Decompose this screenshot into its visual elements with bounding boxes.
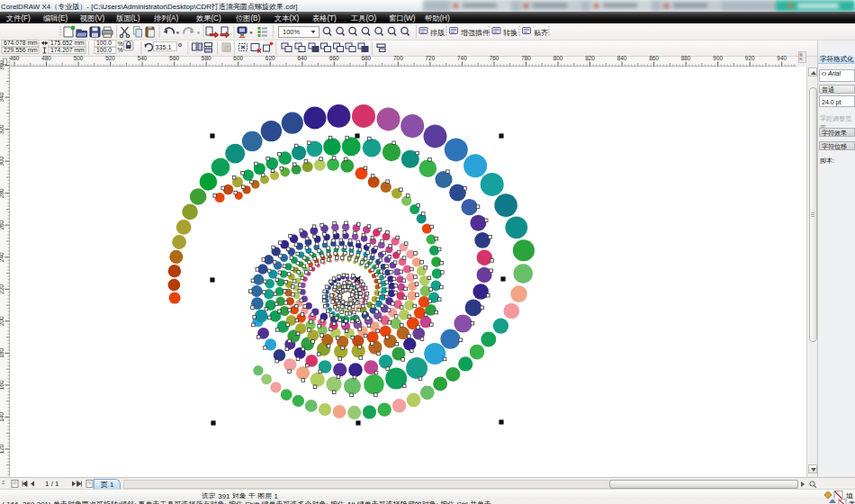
svg-text:100.0: 100.0 <box>96 40 112 46</box>
svg-text:320: 320 <box>0 124 4 134</box>
svg-text:200: 200 <box>0 316 4 326</box>
svg-text:335.1: 335.1 <box>156 43 172 51</box>
svg-text:174.207 mm: 174.207 mm <box>50 47 85 53</box>
svg-text:240: 240 <box>0 252 4 262</box>
svg-text:340: 340 <box>0 92 4 102</box>
svg-text:300: 300 <box>0 156 4 166</box>
svg-text:280: 280 <box>0 188 4 198</box>
svg-text:140: 140 <box>0 412 4 422</box>
svg-text:175.652 mm: 175.652 mm <box>50 40 85 46</box>
svg-text:220: 220 <box>0 284 4 294</box>
svg-text:674.078 mm: 674.078 mm <box>4 40 38 46</box>
svg-text:229.556 mm: 229.556 mm <box>4 47 38 53</box>
svg-text:180: 180 <box>0 348 4 358</box>
svg-text:360: 360 <box>0 60 4 70</box>
svg-text:%: % <box>118 47 123 53</box>
svg-text:100.0: 100.0 <box>96 47 112 53</box>
svg-text:120: 120 <box>0 444 4 454</box>
svg-text:100%: 100% <box>283 28 301 36</box>
svg-text:160: 160 <box>0 380 4 390</box>
svg-text:260: 260 <box>0 220 4 230</box>
svg-text:%: % <box>118 40 123 47</box>
